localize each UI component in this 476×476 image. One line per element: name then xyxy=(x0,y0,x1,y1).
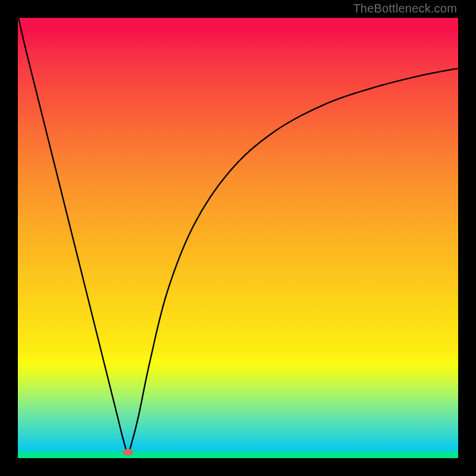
watermark-text: TheBottleneck.com xyxy=(353,2,457,15)
plot-area xyxy=(18,18,458,458)
chart-frame: TheBottleneck.com xyxy=(0,0,476,476)
chart-svg xyxy=(18,18,458,458)
bottleneck-curve xyxy=(18,18,458,452)
min-marker-icon xyxy=(123,449,133,456)
